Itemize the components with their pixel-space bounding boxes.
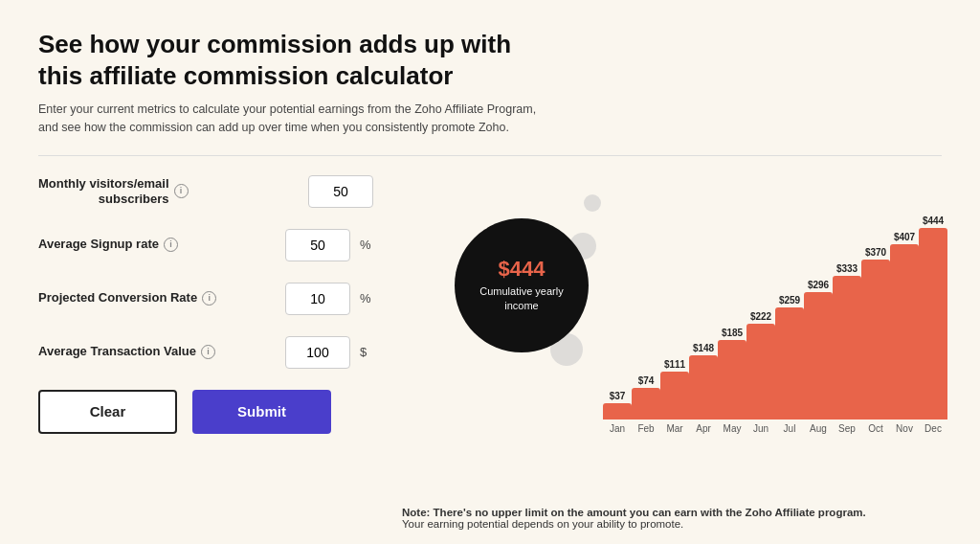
page-subtitle: Enter your current metrics to calculate … bbox=[38, 101, 555, 138]
note-bold: Note: There's no upper limit on the amou… bbox=[402, 507, 866, 518]
note-regular: Your earning potential depends on your a… bbox=[402, 518, 683, 530]
form-panel: Monthly visitors/email subscribers i Ave… bbox=[38, 175, 373, 434]
input-signup-rate[interactable] bbox=[285, 229, 350, 261]
input-transaction[interactable] bbox=[285, 336, 350, 369]
bar-col-dec: $444Dec bbox=[919, 215, 947, 434]
bar-col-may: $185May bbox=[718, 328, 746, 434]
info-icon-conversion[interactable]: i bbox=[202, 291, 216, 306]
bubble-label: Cumulative yearlyincome bbox=[479, 284, 563, 314]
unit-conversion: % bbox=[360, 291, 373, 306]
bar-value-dec: $444 bbox=[923, 215, 944, 226]
bar-rect-sep bbox=[833, 276, 861, 419]
label-conversion: Projected Conversion Rate i bbox=[38, 290, 276, 306]
page-title: See how your commission adds up with thi… bbox=[38, 29, 536, 91]
bar-col-jul: $259Jul bbox=[775, 295, 804, 434]
label-monthly-visitors: Monthly visitors/email subscribers i bbox=[38, 176, 299, 206]
bar-rect-aug bbox=[804, 292, 833, 419]
bar-rect-apr bbox=[689, 355, 718, 419]
input-conversion[interactable] bbox=[285, 283, 350, 315]
bar-col-apr: $148Apr bbox=[689, 343, 718, 434]
form-row-transaction: Average Transaction Value i $ bbox=[38, 336, 373, 369]
bar-rect-oct bbox=[861, 260, 890, 419]
bar-rect-jul bbox=[775, 307, 804, 419]
bar-label-mar: Mar bbox=[666, 423, 682, 434]
bar-col-mar: $111Mar bbox=[660, 359, 689, 434]
form-row-signup-rate: Average Signup rate i % bbox=[38, 229, 373, 261]
bar-value-oct: $370 bbox=[865, 247, 886, 258]
bar-value-sep: $333 bbox=[836, 263, 858, 274]
unit-transaction: $ bbox=[360, 345, 373, 359]
divider bbox=[38, 155, 942, 156]
unit-signup-rate: % bbox=[360, 238, 373, 252]
chart-note: Note: There's no upper limit on the amou… bbox=[402, 507, 947, 530]
bar-value-apr: $148 bbox=[693, 343, 714, 353]
bubble-amount: $444 bbox=[499, 257, 546, 282]
bar-label-may: May bbox=[724, 423, 742, 434]
chart-container: $444 Cumulative yearlyincome $37Jan$74Fe… bbox=[402, 185, 947, 501]
bar-rect-jun bbox=[746, 324, 775, 419]
bar-value-may: $185 bbox=[722, 328, 743, 338]
bar-label-dec: Dec bbox=[924, 423, 942, 434]
bar-rect-feb bbox=[632, 388, 660, 419]
bar-rect-may bbox=[718, 340, 746, 419]
form-row-conversion: Projected Conversion Rate i % bbox=[38, 283, 373, 315]
bar-rect-dec bbox=[919, 228, 947, 419]
bar-label-jul: Jul bbox=[784, 423, 796, 434]
bar-label-apr: Apr bbox=[696, 423, 711, 434]
form-row-visitors: Monthly visitors/email subscribers i bbox=[38, 175, 373, 208]
button-row: Clear Submit bbox=[38, 390, 373, 434]
bar-label-nov: Nov bbox=[896, 423, 913, 434]
chart-panel: $444 Cumulative yearlyincome $37Jan$74Fe… bbox=[402, 175, 947, 530]
bar-value-nov: $407 bbox=[894, 232, 915, 242]
bar-col-aug: $296Aug bbox=[804, 280, 833, 434]
bar-label-oct: Oct bbox=[868, 423, 883, 434]
info-icon-transaction[interactable]: i bbox=[201, 345, 215, 359]
bar-value-mar: $111 bbox=[664, 359, 685, 370]
bar-label-sep: Sep bbox=[838, 423, 856, 434]
bar-col-jan: $37Jan bbox=[603, 391, 632, 434]
bar-label-jan: Jan bbox=[610, 423, 625, 434]
info-icon-visitors[interactable]: i bbox=[174, 184, 189, 198]
bar-label-aug: Aug bbox=[810, 423, 827, 434]
bar-col-jun: $222Jun bbox=[746, 311, 775, 434]
info-icon-signup[interactable]: i bbox=[164, 238, 178, 252]
bar-rect-jan bbox=[603, 403, 632, 419]
bar-col-nov: $407Nov bbox=[890, 232, 919, 434]
cumulative-bubble: $444 Cumulative yearlyincome bbox=[455, 218, 589, 352]
input-monthly-visitors[interactable] bbox=[308, 175, 373, 208]
bar-value-jun: $222 bbox=[750, 311, 771, 322]
bar-value-aug: $296 bbox=[808, 280, 829, 290]
bar-col-oct: $370Oct bbox=[861, 247, 890, 434]
bar-rect-nov bbox=[890, 244, 919, 419]
bar-col-sep: $333Sep bbox=[833, 263, 861, 434]
bar-col-feb: $74Feb bbox=[632, 375, 660, 434]
submit-button[interactable]: Submit bbox=[192, 390, 331, 434]
label-transaction: Average Transaction Value i bbox=[38, 344, 276, 360]
label-signup-rate: Average Signup rate i bbox=[38, 237, 276, 253]
bar-rect-mar bbox=[660, 372, 689, 419]
bar-value-jul: $259 bbox=[779, 295, 800, 306]
clear-button[interactable]: Clear bbox=[38, 390, 177, 434]
bar-value-feb: $74 bbox=[638, 375, 655, 386]
bar-value-jan: $37 bbox=[610, 391, 626, 401]
bar-label-feb: Feb bbox=[637, 423, 654, 434]
bar-label-jun: Jun bbox=[753, 423, 768, 434]
calculator-area: Monthly visitors/email subscribers i Ave… bbox=[38, 175, 942, 530]
